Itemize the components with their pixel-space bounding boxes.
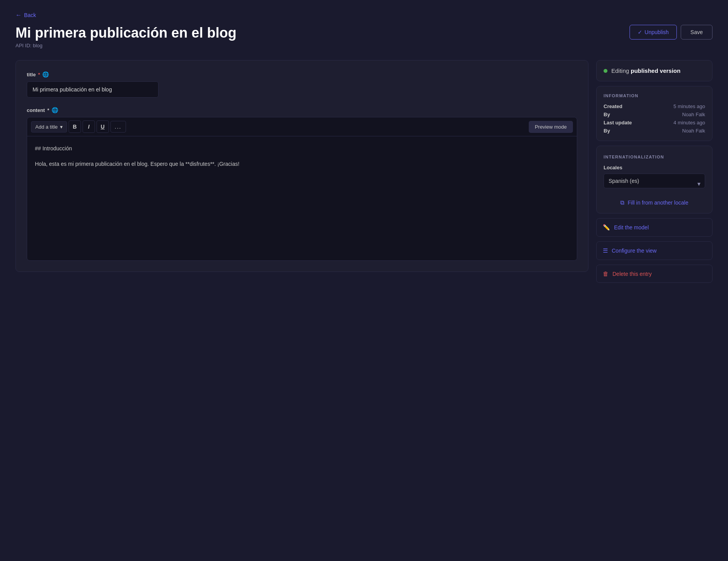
content-label-text: content (27, 107, 45, 113)
last-update-value: 4 minutes ago (656, 120, 705, 126)
globe-icon: 🌐 (42, 71, 49, 77)
title-input[interactable] (27, 81, 159, 98)
save-button[interactable]: Save (681, 25, 712, 40)
editor-container: Add a title ▾ B I U ... Preview mode (27, 117, 577, 261)
content-field-label: content* 🌐 (27, 107, 577, 113)
title-label-text: title (27, 72, 36, 77)
created-value: 5 minutes ago (656, 103, 705, 109)
unpublish-button[interactable]: ✓ Unpublish (630, 25, 677, 40)
back-label: Back (24, 12, 36, 18)
status-card: Editing published version (596, 60, 712, 81)
trash-icon: 🗑 (603, 270, 609, 277)
bold-button[interactable]: B (69, 120, 81, 133)
page-title: Mi primera publicación en el blog (16, 25, 236, 41)
last-update-label: Last update (604, 120, 652, 126)
back-arrow-icon: ← (16, 12, 22, 19)
unpublish-label: Unpublish (645, 29, 669, 35)
fill-locale-link[interactable]: ⧉ Fill in from another locale (604, 199, 705, 206)
more-options-button[interactable]: ... (110, 121, 126, 133)
configure-view-label: Configure the view (612, 248, 657, 254)
pencil-icon: ✏️ (603, 224, 610, 231)
header-actions: ✓ Unpublish Save (630, 25, 712, 40)
intl-section-title: INTERNATIONALIZATION (604, 155, 705, 159)
by-value-1: Noah Falk (656, 112, 705, 117)
italic-label: I (88, 124, 90, 130)
edit-model-label: Edit the model (614, 224, 649, 231)
by-value-2: Noah Falk (656, 128, 705, 134)
add-title-label: Add a title (35, 124, 58, 130)
add-title-button[interactable]: Add a title ▾ (31, 121, 67, 133)
content-globe-icon: 🌐 (52, 107, 58, 113)
bold-label: B (73, 124, 77, 130)
editor-content[interactable]: ## Introducción Hola, esta es mi primera… (27, 136, 577, 260)
information-section-title: INFORMATION (604, 93, 705, 98)
list-icon: ☰ (603, 247, 608, 254)
internationalization-card: INTERNATIONALIZATION Locales Spanish (es… (596, 146, 712, 213)
by-label-1: By (604, 112, 652, 117)
content-required: * (47, 107, 49, 113)
form-area: title* 🌐 content* 🌐 Add a title ▾ B I (16, 60, 588, 272)
title-required: * (38, 72, 40, 77)
published-version-text: published version (631, 67, 680, 74)
edit-model-button[interactable]: ✏️ Edit the model (596, 218, 712, 237)
underline-label: U (101, 124, 105, 130)
copy-icon: ⧉ (620, 199, 624, 206)
fill-locale-label: Fill in from another locale (628, 200, 688, 206)
italic-button[interactable]: I (83, 120, 95, 133)
created-label: Created (604, 103, 652, 109)
locale-select[interactable]: Spanish (es) (604, 174, 705, 188)
information-card: INFORMATION Created 5 minutes ago By Noa… (596, 86, 712, 141)
green-dot-icon (604, 69, 607, 73)
page-header: Mi primera publicación en el blog API ID… (16, 25, 712, 48)
locale-select-wrapper: Spanish (es) (604, 174, 705, 194)
dropdown-arrow-icon: ▾ (60, 124, 63, 130)
delete-entry-label: Delete this entry (612, 271, 652, 277)
editor-toolbar: Add a title ▾ B I U ... Preview mode (27, 117, 577, 136)
information-grid: Created 5 minutes ago By Noah Falk Last … (604, 103, 705, 134)
editing-text: Editing (611, 67, 631, 74)
editor-line-2: Hola, esta es mi primera publicación en … (35, 160, 569, 169)
main-layout: title* 🌐 content* 🌐 Add a title ▾ B I (16, 60, 712, 283)
sidebar: Editing published version INFORMATION Cr… (596, 60, 712, 283)
more-label: ... (115, 124, 122, 130)
save-label: Save (690, 29, 703, 35)
preview-mode-button[interactable]: Preview mode (529, 121, 573, 133)
preview-mode-label: Preview mode (535, 124, 567, 130)
underline-button[interactable]: U (97, 120, 109, 133)
configure-view-button[interactable]: ☰ Configure the view (596, 241, 712, 260)
locales-label: Locales (604, 165, 705, 170)
by-label-2: By (604, 128, 652, 134)
title-field-label: title* 🌐 (27, 71, 577, 77)
editor-line-1: ## Introducción (35, 144, 569, 153)
back-link[interactable]: ← Back (16, 12, 712, 19)
check-icon: ✓ (638, 29, 642, 35)
published-text: Editing published version (611, 67, 680, 74)
published-status: Editing published version (604, 67, 705, 74)
delete-entry-button[interactable]: 🗑 Delete this entry (596, 265, 712, 283)
page-title-area: Mi primera publicación en el blog API ID… (16, 25, 236, 48)
api-id: API ID: blog (16, 43, 236, 48)
